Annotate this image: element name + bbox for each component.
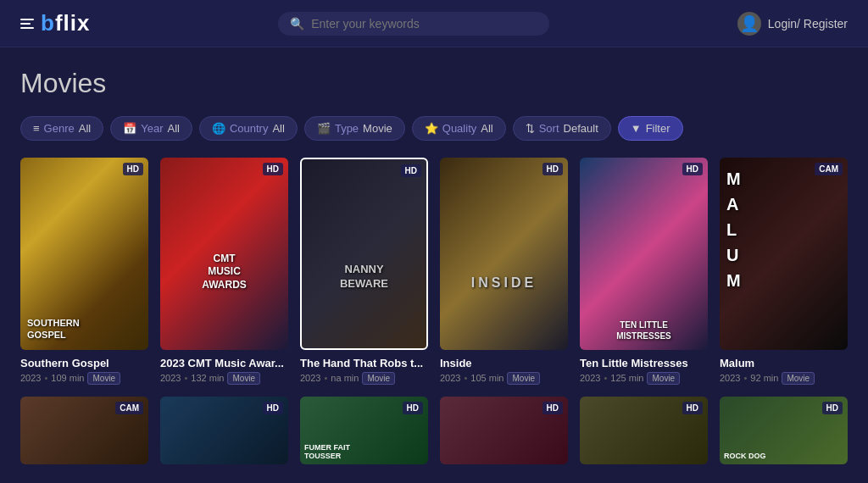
genre-icon: ≡ [33,122,40,135]
movie-poster: HD [440,397,568,464]
movie-duration: 105 min [470,373,504,383]
poster-overlay-text: TEN LITTLEMISTRESSES [583,319,704,341]
page-title: Movies [20,68,848,99]
filter-type-button[interactable]: 🎬 Type Movie [304,116,405,141]
poster-overlay-text: MALUM [726,166,743,293]
movie-poster: HD [160,397,288,464]
movie-duration: 92 min [750,373,778,383]
poster-overlay-text: CMTMUSICAWARDS [167,253,281,292]
movie-poster: HD [580,397,708,464]
quality-badge: HD [682,402,703,414]
movie-meta: 2023 • 92 min Movie [720,372,848,385]
movie-meta: 2023 • 105 min Movie [440,372,568,385]
logo[interactable]: bflix [20,10,90,36]
movie-title: Inside [440,357,568,369]
movie-poster: SOUTHERNGOSPEL HD [20,158,148,350]
year-value: All [167,122,179,135]
logo-area: bflix [20,10,90,36]
movie-title: 2023 CMT Music Awar... [160,357,288,369]
search-input[interactable] [311,17,537,31]
quality-badge: HD [542,163,563,175]
genre-label: Genre [44,122,75,135]
filter-bar: ≡ Genre All 📅 Year All 🌐 Country All 🎬 T… [20,116,848,141]
movie-card-r2-4[interactable]: HD [440,397,568,471]
movies-grid-row1: SOUTHERNGOSPEL HD Southern Gospel 2023 •… [20,158,848,385]
genre-value: All [79,122,91,135]
quality-label: Quality [442,122,476,135]
movie-type-badge: Movie [362,372,395,385]
movie-poster: CMTMUSICAWARDS HD [160,158,288,350]
page-content: Movies ≡ Genre All 📅 Year All 🌐 Country … [0,47,868,483]
sort-icon: ⇅ [526,122,535,135]
movie-card-r2-3[interactable]: FUMER FAITTOUSSER HD [300,397,428,471]
hamburger-icon [20,19,34,29]
quality-badge: HD [403,402,423,414]
movie-poster: NANNYBEWARE HD [300,158,428,350]
user-area[interactable]: 👤 Login/ Register [737,12,848,36]
filter-icon: ▼ [631,122,642,135]
movie-year: 2023 [300,373,320,383]
filter-label-text: Filter [646,122,670,135]
quality-icon: ⭐ [425,122,438,135]
quality-badge: HD [542,402,563,414]
movie-poster: ROCK DOG HD [720,397,848,464]
movie-year: 2023 [720,373,740,383]
movie-duration: 109 min [51,373,84,383]
movie-duration: 132 min [191,373,224,383]
movie-card-r2-1[interactable]: CAM [20,397,148,471]
search-icon: 🔍 [290,17,304,31]
movie-meta: 2023 • 125 min Movie [580,372,708,385]
movie-card-inside[interactable]: INSIDE HD Inside 2023 • 105 min Movie [440,158,568,385]
sort-value: Default [564,122,598,135]
movie-title: The Hand That Robs t... [300,357,428,369]
quality-badge: CAM [115,402,143,414]
quality-badge: HD [401,164,421,177]
movie-poster: FUMER FAITTOUSSER HD [300,397,428,464]
quality-badge: HD [682,163,703,175]
movie-duration: na min [331,373,359,383]
poster-overlay-text: NANNYBEWARE [309,263,420,291]
filter-genre-button[interactable]: ≡ Genre All [20,116,103,141]
filter-sort-button[interactable]: ⇅ Sort Default [513,116,611,141]
type-label: Type [335,122,359,135]
country-icon: 🌐 [212,122,225,135]
movie-type-badge: Movie [507,372,540,385]
movie-card-r2-5[interactable]: HD [580,397,708,471]
search-bar[interactable]: 🔍 [278,12,549,36]
movie-card-r2-2[interactable]: HD [160,397,288,471]
movie-title: Southern Gospel [20,357,148,369]
movie-poster: CAM [20,397,148,464]
movie-meta: 2023 • 109 min Movie [20,372,148,385]
logo-text: bflix [41,10,90,36]
user-avatar-icon: 👤 [737,12,761,36]
movie-year: 2023 [20,373,41,383]
filter-country-button[interactable]: 🌐 Country All [199,116,298,141]
movie-card-ten-little-mistresses[interactable]: TEN LITTLEMISTRESSES HD Ten Little Mistr… [580,158,708,385]
movie-year: 2023 [160,373,181,383]
quality-badge: HD [263,402,283,414]
movie-duration: 125 min [610,373,643,383]
movie-type-badge: Movie [87,372,120,385]
movie-poster: TEN LITTLEMISTRESSES HD [580,158,708,350]
movie-card-cmt[interactable]: CMTMUSICAWARDS HD 2023 CMT Music Awar...… [160,158,288,385]
movie-card-southern-gospel[interactable]: SOUTHERNGOSPEL HD Southern Gospel 2023 •… [20,158,148,385]
movie-type-badge: Movie [647,372,680,385]
movie-poster: MALUM CAM [720,158,848,350]
filter-quality-button[interactable]: ⭐ Quality All [412,116,506,141]
year-icon: 📅 [123,122,136,135]
country-value: All [272,122,284,135]
app-header: bflix 🔍 👤 Login/ Register [0,0,868,47]
movie-card-hand[interactable]: NANNYBEWARE HD The Hand That Robs t... 2… [300,158,428,385]
movie-year: 2023 [440,373,460,383]
movie-card-r2-6[interactable]: ROCK DOG HD [720,397,848,471]
movie-card-malum[interactable]: MALUM CAM Malum 2023 • 92 min Movie [720,158,848,385]
filter-button[interactable]: ▼ Filter [618,116,683,141]
movie-year: 2023 [580,373,600,383]
filter-year-button[interactable]: 📅 Year All [110,116,192,141]
quality-badge: HD [263,163,283,175]
movie-title: Malum [720,357,848,369]
movie-poster: INSIDE HD [440,158,568,350]
country-label: Country [230,122,269,135]
type-icon: 🎬 [317,122,331,135]
movie-meta: 2023 • na min Movie [300,372,428,385]
